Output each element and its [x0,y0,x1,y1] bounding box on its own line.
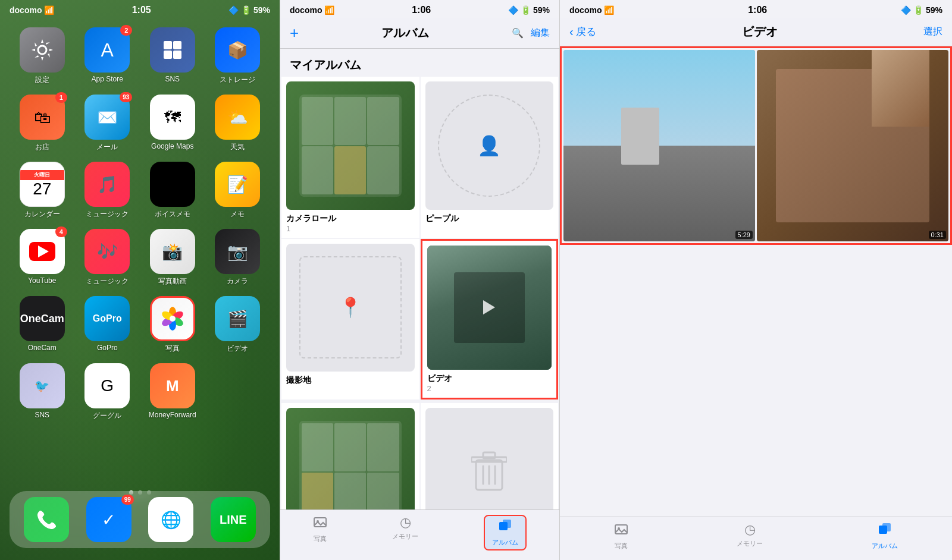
app-storage[interactable]: 📦 ストレージ [208,27,268,85]
album-trash[interactable]: 最近削除した項目 [421,403,559,509]
people-count [425,224,554,233]
svg-point-0 [38,46,46,54]
memories-tab-label-2: メモリー [392,532,418,541]
albums-tab-label-2: アルバム [492,538,518,547]
weather-icon: ⛅ [215,95,260,140]
tab-memories-2[interactable]: ◷ メモリー [392,515,418,550]
status-bar-3: docomo 📶 1:06 🔷 🔋 59% [560,0,952,18]
app-maps[interactable]: 🗺 Google Maps [142,95,203,152]
screenshot-thumb [286,408,415,509]
dock-chrome[interactable]: 🌐 [148,497,193,542]
albums-screen: docomo 📶 1:06 🔷 🔋 59% + アルバム 🔍 編集 マイアルバム [280,0,559,560]
video-cell-1[interactable]: 5:29 [563,50,755,241]
app-photovideo[interactable]: 📸 写真動画 [142,229,203,287]
tab-photos-2[interactable]: 写真 [313,515,327,550]
app-music2[interactable]: 🎶 ミュージック [77,229,138,287]
dock-reminder[interactable]: ✓ 99 [86,497,131,542]
app-appstore[interactable]: A 2 App Store [77,27,138,85]
back-label: 戻る [576,25,596,39]
edit-albums-button[interactable]: 編集 [531,27,550,39]
calendar-label: カレンダー [24,209,60,219]
app-photos-main[interactable]: 写真 [142,296,203,354]
albums-tab-icon-2 [498,518,512,536]
voicememo-label: ボイスメモ [155,209,190,219]
google-icon: G [84,363,130,408]
dock-phone[interactable]: 📞 [24,497,69,542]
photos-tab-icon-2 [313,515,327,533]
youtube-label: YouTube [28,276,56,285]
app-weather[interactable]: ⛅ 天気 [208,95,268,152]
weather-label: 天気 [230,142,245,152]
app-youtube[interactable]: 4 YouTube [12,229,73,287]
settings-label: 設定 [35,75,49,85]
app-notes[interactable]: 📝 メモ [208,162,268,219]
svg-point-7 [170,316,176,322]
moneyforward-label: MoneyForward [149,411,196,419]
album-video[interactable]: ビデオ 2 [421,239,559,400]
wifi-icon-1: 📶 [44,5,54,15]
video-navbar: ‹ 戻る ビデオ 選択 [560,18,952,46]
app-voicememo[interactable]: 🎙 ボイスメモ [142,162,203,219]
video-empty-area [560,245,952,483]
app-settings[interactable]: 設定 [12,27,73,85]
select-button[interactable]: 選択 [923,26,942,38]
wifi-icon-2: 📶 [324,5,334,15]
maps-icon: 🗺 [150,95,195,140]
app-video[interactable]: 🎬 ビデオ [208,296,268,354]
music2-label: ミュージック [86,276,129,287]
app-moneyforward[interactable]: M MoneyForward [142,363,203,421]
tab-photos-3[interactable]: 写真 [614,522,628,550]
memories-tab-icon-3: ◷ [744,522,756,537]
tab-memories-3[interactable]: ◷ メモリー [737,522,763,550]
tab-albums-3[interactable]: アルバム [872,522,898,550]
moneyforward-icon: M [150,363,195,408]
trash-thumb [425,408,554,509]
albums-scroll[interactable]: マイアルバム [280,49,559,509]
dock-line[interactable]: LINE [211,497,256,542]
shop-badge: 1 [55,92,67,103]
app-sns2[interactable]: 🐦 SNS [12,363,73,421]
music-icon: 🎵 [84,162,130,207]
video-icon: 🎬 [215,296,260,341]
app-oncam[interactable]: OneCam OneCam [12,296,73,354]
album-screenshot[interactable] [281,403,419,509]
app-sns1[interactable]: SNS [142,27,203,85]
app-google[interactable]: G グーグル [77,363,138,421]
status-right-3: 🔷 🔋 59% [901,5,942,15]
add-album-button[interactable]: + [290,24,299,42]
mail-badge: 93 [120,92,132,102]
video-grid-highlighted: 5:29 0:31 [560,46,952,245]
photovideo-label: 写真動画 [158,276,187,287]
svg-rect-21 [882,523,891,531]
music2-icon: 🎶 [84,229,130,274]
app-camera[interactable]: 📷 カメラ [208,229,268,287]
app-gopro[interactable]: GoPro GoPro [77,296,138,354]
app-mail[interactable]: ✉️ 93 メール [77,95,138,152]
search-albums-button[interactable]: 🔍 [512,27,524,39]
voicememo-icon: 🎙 [150,162,195,207]
album-people[interactable]: 👤 ピープル [421,77,559,238]
video-scroll[interactable]: 5:29 0:31 [560,46,952,517]
app-calendar[interactable]: 火曜日 27 カレンダー [12,162,73,219]
status-left-1: docomo 📶 [10,5,54,15]
video-cell-2[interactable]: 0:31 [757,50,948,241]
tab-albums-2[interactable]: アルバム [484,515,527,550]
svg-rect-17 [503,520,511,528]
battery-icon-1: 🔋 [241,5,251,15]
photos-tab-label-3: 写真 [615,542,628,550]
albums-tab-label-3: アルバム [872,542,898,550]
notes-label: メモ [230,209,245,219]
svg-rect-18 [615,525,627,534]
maps-label: Google Maps [151,142,193,150]
album-camera-roll[interactable]: カメラロール 1 [281,77,419,238]
location-name: 撮影地 [286,375,415,386]
battery-pct-3: 59% [926,5,942,15]
album-location[interactable]: 📍 撮影地 [281,239,419,400]
photos-tab-label-2: 写真 [314,534,327,543]
back-button[interactable]: ‹ 戻る [569,25,596,39]
bluetooth-icon-1: 🔷 [228,5,239,15]
photos-main-icon [150,296,195,341]
app-shop[interactable]: 🛍 1 お店 [12,95,73,152]
app-music[interactable]: 🎵 ミュージック [77,162,138,219]
status-right-2: 🔷 🔋 59% [508,5,550,15]
